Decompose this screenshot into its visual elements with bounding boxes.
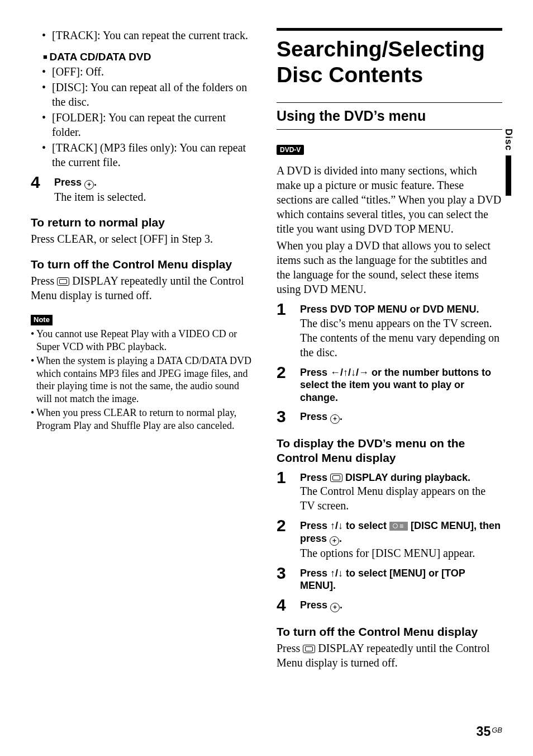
step-lead: Press +.: [300, 599, 502, 612]
plus-button-icon: +: [84, 180, 94, 190]
list-item: [DISC]: You can repeat all of the folder…: [52, 80, 256, 109]
data-media-subhead: ■ DATA CD/DATA DVD: [43, 50, 256, 63]
section-title: Searching/Selecting Disc Contents: [277, 36, 502, 88]
lead-a: Press: [300, 568, 330, 579]
intro-paragraph-a: A DVD is divided into many sections, whi…: [277, 163, 502, 236]
step-a-3: 3 Press +.: [277, 408, 502, 425]
lead-b: DISPLAY during playback.: [342, 472, 470, 483]
display-button-icon: [57, 277, 69, 286]
step-number: 2: [277, 364, 292, 404]
plus-button-icon: +: [330, 414, 340, 424]
step-number: 2: [277, 517, 292, 560]
step-body: Press +. The item is selected.: [54, 174, 256, 204]
subhead-text: DATA CD/DATA DVD: [49, 51, 151, 63]
step-body: Press DISPLAY during playback. The Contr…: [300, 469, 502, 513]
lead-b: .: [340, 599, 342, 611]
step-lead: Press DVD TOP MENU or DVD MENU.: [300, 303, 502, 316]
heading-turn-off-control-menu: To turn off the Control Menu display: [31, 257, 256, 271]
step-lead: Press ←/↑/↓/→ or the number buttons to s…: [300, 366, 502, 404]
step-lead-text-b: .: [94, 177, 97, 188]
list-item: [OFF]: Off.: [52, 64, 256, 79]
step-body-text: The Control Menu display appears on the …: [300, 484, 502, 513]
step-body: Press +.: [300, 597, 502, 613]
arrow-icons: ↑/↓: [330, 568, 343, 579]
heading-turn-off-control-menu-2: To turn off the Control Menu display: [277, 625, 502, 639]
lead-d: .: [339, 533, 342, 544]
bullet-list-top: [TRACK]: You can repeat the current trac…: [31, 28, 256, 42]
step-body: Press ←/↑/↓/→ or the number buttons to s…: [300, 364, 502, 404]
list-item: [TRACK]: You can repeat the current trac…: [52, 28, 256, 42]
step-b-4: 4 Press +.: [277, 597, 502, 613]
step-lead: Press DISPLAY during playback.: [300, 471, 502, 484]
step-body-text: The disc’s menu appears on the TV screen…: [300, 316, 502, 360]
disc-menu-icon: [389, 522, 408, 531]
heading-return-normal-play: To return to normal play: [31, 215, 256, 229]
step-number: 4: [31, 174, 46, 204]
list-item: When the system is playing a DATA CD/DAT…: [36, 355, 256, 405]
paragraph-normal-play: Press CLEAR, or select [OFF] in Step 3.: [31, 231, 256, 246]
step-body: Press +.: [300, 408, 502, 425]
page-lang: GB: [492, 726, 502, 734]
lead-a: Press: [300, 472, 330, 483]
left-column: [TRACK]: You can repeat the current trac…: [31, 28, 256, 672]
arrow-icons: ←/↑/↓/→: [330, 367, 369, 378]
step-number: 1: [277, 469, 292, 513]
subtitle-bar: Using the DVD’s menu: [277, 102, 502, 130]
lead-a: Press: [300, 411, 330, 422]
note-label: Note: [31, 315, 53, 325]
display-button-icon: [303, 645, 315, 653]
step-a-1: 1 Press DVD TOP MENU or DVD MENU. The di…: [277, 301, 502, 360]
page-footer: 35GB: [477, 724, 502, 739]
step-body-text: The options for [DISC MENU] appear.: [300, 546, 502, 560]
step-number: 4: [277, 597, 292, 613]
step-lead-text-a: Press: [54, 177, 84, 188]
lead-a: Press: [300, 367, 330, 378]
page-columns: [TRACK]: You can repeat the current trac…: [31, 28, 502, 672]
heading-display-dvd-menu: To display the DVD’s menu on the Control…: [277, 436, 502, 464]
p-off-a: Press: [31, 275, 57, 287]
dvd-v-tag: DVD-V: [277, 145, 304, 155]
lead-a: Press: [300, 599, 330, 611]
list-item: When you press CLEAR to return to normal…: [36, 407, 256, 432]
page-number: 35: [477, 724, 491, 739]
step-body: Press ↑/↓ to select [MENU] or [TOP MENU]…: [300, 565, 502, 592]
plus-button-icon: +: [330, 603, 340, 612]
step-body-text: The item is selected.: [54, 190, 256, 204]
side-tab-label: Disc: [503, 129, 514, 151]
notes-list: You cannot use Repeat Play with a VIDEO …: [31, 328, 256, 432]
section-side-tab: Disc: [503, 129, 514, 196]
step-a-2: 2 Press ←/↑/↓/→ or the number buttons to…: [277, 364, 502, 404]
list-item: [FOLDER]: You can repeat the current fol…: [52, 110, 256, 139]
p-off2-a: Press: [277, 642, 303, 654]
paragraph-turn-off-2: Press DISPLAY repeatedly until the Contr…: [277, 641, 502, 670]
subtitle: Using the DVD’s menu: [277, 108, 502, 124]
square-bullet-icon: ■: [43, 53, 49, 61]
intro-paragraph-b: When you play a DVD that allows you to s…: [277, 238, 502, 296]
bullet-list-data: [OFF]: Off. [DISC]: You can repeat all o…: [31, 64, 256, 169]
side-tab-bar: [506, 155, 511, 196]
column-top-rule: Searching/Selecting Disc Contents Using …: [277, 28, 502, 670]
arrow-icons: ↑/↓: [330, 520, 343, 531]
step-b-3: 3 Press ↑/↓ to select [MENU] or [TOP MEN…: [277, 565, 502, 592]
lead-b: .: [340, 411, 342, 422]
list-item: You cannot use Repeat Play with a VIDEO …: [36, 328, 256, 353]
lead-b: to select: [343, 520, 389, 531]
step-lead: Press ↑/↓ to select [DISC MENU], then pr…: [300, 519, 502, 546]
step-lead: Press +.: [54, 176, 256, 190]
list-item: [TRACK] (MP3 files only): You can repeat…: [52, 140, 256, 169]
step-number: 1: [277, 301, 292, 360]
lead-a: Press: [300, 520, 330, 531]
step-b-1: 1 Press DISPLAY during playback. The Con…: [277, 469, 502, 513]
step-number: 3: [277, 408, 292, 425]
right-column: Searching/Selecting Disc Contents Using …: [277, 28, 502, 672]
paragraph-turn-off: Press DISPLAY repeatedly until the Contr…: [31, 273, 256, 303]
step-lead: Press ↑/↓ to select [MENU] or [TOP MENU]…: [300, 567, 502, 592]
step-lead: Press +.: [300, 410, 502, 424]
step-body: Press DVD TOP MENU or DVD MENU. The disc…: [300, 301, 502, 360]
step-number: 3: [277, 565, 292, 592]
step-4: 4 Press +. The item is selected.: [31, 174, 256, 204]
display-button-icon: [330, 474, 342, 482]
step-body: Press ↑/↓ to select [DISC MENU], then pr…: [300, 517, 502, 560]
step-b-2: 2 Press ↑/↓ to select [DISC MENU], then …: [277, 517, 502, 560]
plus-button-icon: +: [330, 536, 339, 546]
